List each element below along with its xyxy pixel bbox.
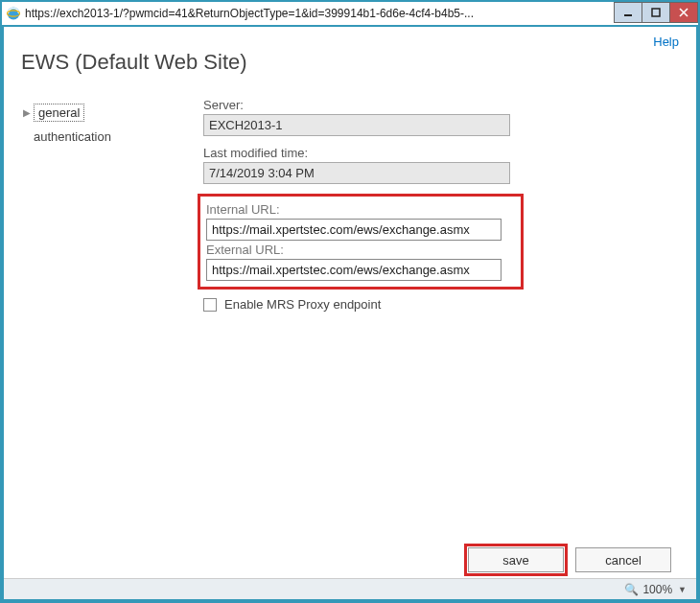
svg-rect-2 — [624, 14, 632, 16]
nav-item-authentication[interactable]: authentication — [19, 126, 192, 148]
nav-label: general — [34, 104, 84, 122]
svg-point-0 — [8, 8, 20, 20]
url-highlight-box: Internal URL: External URL: — [198, 194, 524, 290]
svg-rect-3 — [652, 9, 660, 16]
minimize-button[interactable] — [614, 2, 642, 23]
close-button[interactable] — [669, 2, 698, 23]
status-bar: 🔍 100% ▼ — [4, 578, 696, 599]
content-area: Help EWS (Default Web Site) ▶ general au… — [4, 27, 696, 599]
internal-url-input[interactable] — [206, 219, 502, 241]
nav-item-general[interactable]: ▶ general — [19, 100, 192, 126]
modified-label: Last modified time: — [203, 146, 681, 160]
mrs-checkbox[interactable] — [203, 298, 217, 312]
modified-value: 7/14/2019 3:04 PM — [203, 162, 510, 184]
mrs-label: Enable MRS Proxy endpoint — [224, 297, 381, 312]
server-value: EXCH2013-1 — [203, 114, 510, 136]
window-url: https://exch2013-1/?pwmcid=41&ReturnObje… — [25, 7, 615, 20]
zoom-dropdown-icon[interactable]: ▼ — [678, 585, 687, 594]
page-title: EWS (Default Web Site) — [21, 50, 681, 75]
side-nav: ▶ general authentication — [19, 98, 192, 148]
footer-buttons: save cancel — [19, 540, 681, 578]
maximize-button[interactable] — [642, 2, 670, 23]
external-url-label: External URL: — [206, 243, 515, 257]
nav-label: authentication — [34, 129, 111, 144]
server-label: Server: — [203, 98, 681, 112]
titlebar: https://exch2013-1/?pwmcid=41&ReturnObje… — [2, 2, 698, 25]
cancel-button[interactable]: cancel — [575, 547, 671, 572]
help-link[interactable]: Help — [653, 35, 679, 49]
app-window: https://exch2013-1/?pwmcid=41&ReturnObje… — [0, 0, 700, 603]
save-button[interactable]: save — [468, 547, 564, 572]
form-panel: Server: EXCH2013-1 Last modified time: 7… — [192, 98, 681, 312]
zoom-value: 100% — [642, 583, 672, 596]
chevron-right-icon: ▶ — [23, 107, 31, 118]
external-url-input[interactable] — [206, 259, 502, 281]
ie-icon — [6, 6, 21, 21]
zoom-icon[interactable]: 🔍 — [624, 583, 639, 596]
internal-url-label: Internal URL: — [206, 202, 515, 217]
